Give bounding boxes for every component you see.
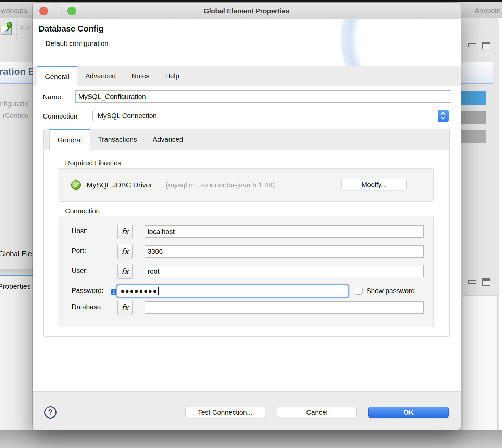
background-right-sliver <box>499 18 502 448</box>
config-subtitle: Default configuration <box>46 40 108 48</box>
database-fx-button[interactable]: fx <box>117 300 133 315</box>
background-properties-panel <box>0 276 33 430</box>
outer-tabstrip: General Advanced Notes Help <box>33 66 461 86</box>
undo-icon: ↩ <box>19 20 31 36</box>
host-fx-button[interactable]: fx <box>117 224 133 239</box>
modify-button[interactable]: Modify... <box>341 179 407 190</box>
driver-name: MySQL JDBC Driver <box>87 181 152 189</box>
password-info-icon: i <box>111 289 116 295</box>
dialog-title: Global Element Properties <box>33 3 461 19</box>
inner-tab-advanced[interactable]: Advanced <box>145 129 191 150</box>
user-fx-button[interactable]: fx <box>117 264 133 279</box>
combo-stepper-icon[interactable] <box>438 110 449 122</box>
background-right-panel <box>463 295 498 448</box>
inner-tab-transactions[interactable]: Transactions <box>90 129 145 150</box>
tab-general[interactable]: General <box>37 66 77 86</box>
background-properties-title: Properties <box>0 282 33 290</box>
background-gray-button-2[interactable] <box>458 130 486 143</box>
dialog-header: Database Config Default configuration <box>33 19 461 66</box>
connection-select[interactable]: MySQL Connection <box>92 110 449 122</box>
view-minimize-icon[interactable] <box>468 43 476 47</box>
password-field-focused[interactable]: ●●●●●●●● <box>116 284 349 298</box>
background-window-title-right: - Anypoin <box>470 7 501 15</box>
background-window-title-left: workspa <box>1 7 27 15</box>
database-input[interactable] <box>145 301 424 314</box>
password-masked-value: ●●●●●●●● <box>121 287 158 295</box>
required-libraries-title: Required Libraries <box>65 159 121 167</box>
driver-ok-status-icon <box>71 180 81 191</box>
background-tab-strip <box>0 269 33 275</box>
inner-tabstrip: General Transactions Advanced <box>44 129 449 150</box>
port-label: Port: <box>72 247 86 255</box>
connection-box: Host: fx Port: fx User: fx Password: <box>58 216 434 327</box>
close-window-icon[interactable] <box>39 7 48 15</box>
toolbar-separator <box>16 21 17 41</box>
tab-help[interactable]: Help <box>157 66 187 86</box>
form-header-band-left: ration E <box>0 62 33 84</box>
background-blue-button[interactable] <box>458 91 486 105</box>
port-input[interactable] <box>145 245 424 258</box>
connection-select-value: MySQL Connection <box>98 112 157 120</box>
connection-section-title: Connection <box>65 207 100 215</box>
user-input[interactable] <box>145 265 424 277</box>
screen: workspa - Anypoin ↩ ration E nfiguratio … <box>0 0 502 448</box>
inner-tab-general[interactable]: General <box>49 129 90 150</box>
tab-notes[interactable]: Notes <box>124 66 157 86</box>
config-title: Database Config <box>39 24 103 34</box>
help-button[interactable]: ? <box>44 406 57 419</box>
user-label: User: <box>72 267 88 275</box>
dialog-titlebar[interactable]: Global Element Properties <box>33 3 461 19</box>
database-label: Database: <box>72 303 103 311</box>
form-header-band-right <box>461 62 493 84</box>
show-password-label: Show password <box>366 287 415 295</box>
port-fx-button[interactable]: fx <box>117 244 133 259</box>
password-label: Password: <box>72 287 103 295</box>
view-maximize-icon[interactable] <box>482 42 490 49</box>
zoom-window-icon[interactable] <box>67 7 76 15</box>
required-libraries-box: MySQL JDBC Driver (mysql:m...-connector-… <box>58 168 434 202</box>
connection-label: Connection <box>43 112 77 120</box>
host-label: Host: <box>72 227 88 235</box>
form-header-heading: ration E <box>0 66 33 77</box>
dialog-footer: ? Test Connection... Cancel OK <box>33 391 461 430</box>
view-maximize-icon-2[interactable] <box>482 278 490 286</box>
text-cursor <box>158 287 159 295</box>
cancel-button[interactable]: Cancel <box>277 407 357 418</box>
background-bottom-band <box>0 430 502 448</box>
name-input[interactable] <box>75 90 451 103</box>
background-config-text-2: (Configu <box>3 112 33 120</box>
header-decor-curve <box>341 19 461 66</box>
minimize-window-icon <box>54 7 63 15</box>
view-minimize-icon-2[interactable] <box>468 280 476 284</box>
ok-button[interactable]: OK <box>368 407 449 418</box>
background-tab-global-elements[interactable]: Global Ele <box>0 250 33 258</box>
connection-config-group: General Transactions Advanced Required L… <box>43 129 450 337</box>
tab-advanced[interactable]: Advanced <box>77 66 124 86</box>
name-label: Name: <box>43 93 63 101</box>
driver-detail: (mysql:m...-connector-java:5.1.48) <box>166 181 275 189</box>
background-config-text-1: nfiguratio <box>0 100 33 108</box>
test-connection-button[interactable]: Test Connection... <box>185 407 265 418</box>
background-gray-button-1[interactable] <box>458 111 486 124</box>
host-input[interactable] <box>145 225 424 238</box>
show-password-checkbox[interactable] <box>355 287 363 295</box>
new-global-element-icon[interactable] <box>0 21 14 38</box>
global-element-properties-dialog: Global Element Properties Database Confi… <box>33 3 461 430</box>
